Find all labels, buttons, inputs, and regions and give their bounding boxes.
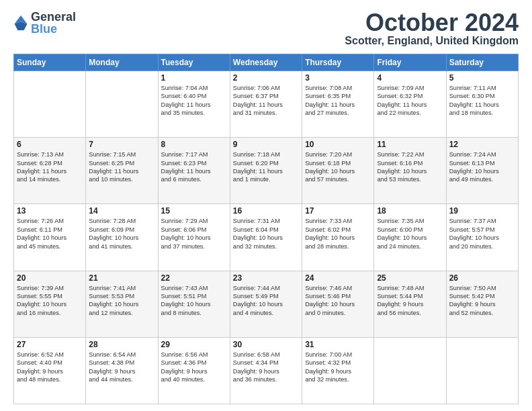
week-row-4: 27Sunrise: 6:52 AM Sunset: 4:40 PM Dayli… xyxy=(14,337,519,404)
cell-info: Sunrise: 7:43 AM Sunset: 5:51 PM Dayligh… xyxy=(161,284,227,318)
cell-info: Sunrise: 7:28 AM Sunset: 6:09 PM Dayligh… xyxy=(89,217,154,250)
calendar-cell: 25Sunrise: 7:48 AM Sunset: 5:44 PM Dayli… xyxy=(374,271,446,337)
day-header-thursday: Thursday xyxy=(302,54,374,71)
day-number: 28 xyxy=(89,340,154,349)
day-number: 23 xyxy=(233,273,299,283)
cell-info: Sunrise: 7:39 AM Sunset: 5:55 PM Dayligh… xyxy=(17,284,83,318)
day-number: 11 xyxy=(377,140,443,149)
calendar-cell: 10Sunrise: 7:20 AM Sunset: 6:18 PM Dayli… xyxy=(302,138,374,204)
calendar-cell: 21Sunrise: 7:41 AM Sunset: 5:53 PM Dayli… xyxy=(86,271,158,337)
calendar-cell: 30Sunrise: 6:58 AM Sunset: 4:34 PM Dayli… xyxy=(230,337,302,404)
day-header-monday: Monday xyxy=(86,54,158,71)
cell-info: Sunrise: 7:26 AM Sunset: 6:11 PM Dayligh… xyxy=(17,217,83,250)
day-number: 30 xyxy=(233,340,299,349)
cell-info: Sunrise: 7:20 AM Sunset: 6:18 PM Dayligh… xyxy=(305,150,371,184)
calendar-cell: 14Sunrise: 7:28 AM Sunset: 6:09 PM Dayli… xyxy=(86,204,158,271)
calendar-cell: 27Sunrise: 6:52 AM Sunset: 4:40 PM Dayli… xyxy=(14,337,86,404)
day-number: 31 xyxy=(305,340,371,349)
calendar-cell: 26Sunrise: 7:50 AM Sunset: 5:42 PM Dayli… xyxy=(446,271,518,337)
day-number: 18 xyxy=(377,206,443,216)
calendar-cell: 8Sunrise: 7:17 AM Sunset: 6:23 PM Daylig… xyxy=(158,138,230,204)
cell-info: Sunrise: 6:54 AM Sunset: 4:38 PM Dayligh… xyxy=(89,351,154,384)
days-of-week-row: SundayMondayTuesdayWednesdayThursdayFrid… xyxy=(14,54,519,71)
calendar-cell: 9Sunrise: 7:18 AM Sunset: 6:20 PM Daylig… xyxy=(230,138,302,204)
day-number: 9 xyxy=(233,140,299,149)
day-number: 12 xyxy=(449,140,515,149)
day-header-tuesday: Tuesday xyxy=(158,54,230,71)
calendar-table: SundayMondayTuesdayWednesdayThursdayFrid… xyxy=(13,54,519,404)
calendar-cell: 4Sunrise: 7:09 AM Sunset: 6:32 PM Daylig… xyxy=(374,71,446,138)
cell-info: Sunrise: 7:06 AM Sunset: 6:37 PM Dayligh… xyxy=(233,84,299,118)
calendar-cell: 28Sunrise: 6:54 AM Sunset: 4:38 PM Dayli… xyxy=(86,337,158,404)
week-row-1: 6Sunrise: 7:13 AM Sunset: 6:28 PM Daylig… xyxy=(14,138,519,204)
logo-general-text: General xyxy=(31,11,76,23)
cell-info: Sunrise: 7:44 AM Sunset: 5:49 PM Dayligh… xyxy=(233,284,299,318)
calendar-cell: 22Sunrise: 7:43 AM Sunset: 5:51 PM Dayli… xyxy=(158,271,230,337)
logo-blue-text: Blue xyxy=(31,23,76,35)
cell-info: Sunrise: 7:24 AM Sunset: 6:13 PM Dayligh… xyxy=(449,150,515,184)
calendar-cell: 7Sunrise: 7:15 AM Sunset: 6:25 PM Daylig… xyxy=(86,138,158,204)
cell-info: Sunrise: 7:46 AM Sunset: 5:46 PM Dayligh… xyxy=(305,284,371,318)
logo-icon xyxy=(13,13,28,32)
month-title: October 2024 xyxy=(345,11,519,35)
cell-info: Sunrise: 7:48 AM Sunset: 5:44 PM Dayligh… xyxy=(377,284,443,318)
page: General Blue October 2024 Scotter, Engla… xyxy=(0,0,532,411)
calendar-cell: 13Sunrise: 7:26 AM Sunset: 6:11 PM Dayli… xyxy=(14,204,86,271)
day-number: 1 xyxy=(161,73,227,83)
calendar-cell: 18Sunrise: 7:35 AM Sunset: 6:00 PM Dayli… xyxy=(374,204,446,271)
day-number: 14 xyxy=(89,206,154,216)
calendar-cell: 3Sunrise: 7:08 AM Sunset: 6:35 PM Daylig… xyxy=(302,71,374,138)
week-row-2: 13Sunrise: 7:26 AM Sunset: 6:11 PM Dayli… xyxy=(14,204,519,271)
cell-info: Sunrise: 7:09 AM Sunset: 6:32 PM Dayligh… xyxy=(377,84,443,118)
day-number: 16 xyxy=(233,206,299,216)
calendar-cell xyxy=(446,337,518,404)
calendar-cell: 31Sunrise: 7:00 AM Sunset: 4:32 PM Dayli… xyxy=(302,337,374,404)
cell-info: Sunrise: 7:37 AM Sunset: 5:57 PM Dayligh… xyxy=(449,217,515,250)
cell-info: Sunrise: 7:13 AM Sunset: 6:28 PM Dayligh… xyxy=(17,150,83,184)
day-number: 8 xyxy=(161,140,227,149)
header-right: October 2024 Scotter, England, United Ki… xyxy=(345,11,519,47)
cell-info: Sunrise: 7:15 AM Sunset: 6:25 PM Dayligh… xyxy=(89,150,154,184)
calendar-cell: 19Sunrise: 7:37 AM Sunset: 5:57 PM Dayli… xyxy=(446,204,518,271)
day-number: 29 xyxy=(161,340,227,349)
day-number: 15 xyxy=(161,206,227,216)
day-number: 27 xyxy=(17,340,83,349)
header: General Blue October 2024 Scotter, Engla… xyxy=(13,11,519,47)
day-header-sunday: Sunday xyxy=(14,54,86,71)
day-header-saturday: Saturday xyxy=(446,54,518,71)
cell-info: Sunrise: 6:52 AM Sunset: 4:40 PM Dayligh… xyxy=(17,351,83,384)
calendar-cell xyxy=(374,337,446,404)
day-number: 22 xyxy=(161,273,227,283)
cell-info: Sunrise: 7:18 AM Sunset: 6:20 PM Dayligh… xyxy=(233,150,299,184)
day-number: 17 xyxy=(305,206,371,216)
day-number: 13 xyxy=(17,206,83,216)
day-number: 26 xyxy=(449,273,515,283)
calendar-cell: 1Sunrise: 7:04 AM Sunset: 6:40 PM Daylig… xyxy=(158,71,230,138)
cell-info: Sunrise: 7:29 AM Sunset: 6:06 PM Dayligh… xyxy=(161,217,227,250)
cell-info: Sunrise: 7:22 AM Sunset: 6:16 PM Dayligh… xyxy=(377,150,443,184)
day-number: 10 xyxy=(305,140,371,149)
calendar-cell: 16Sunrise: 7:31 AM Sunset: 6:04 PM Dayli… xyxy=(230,204,302,271)
day-header-wednesday: Wednesday xyxy=(230,54,302,71)
calendar-cell: 17Sunrise: 7:33 AM Sunset: 6:02 PM Dayli… xyxy=(302,204,374,271)
calendar-body: 1Sunrise: 7:04 AM Sunset: 6:40 PM Daylig… xyxy=(14,71,519,404)
day-number: 7 xyxy=(89,140,154,149)
day-number: 24 xyxy=(305,273,371,283)
calendar-cell: 12Sunrise: 7:24 AM Sunset: 6:13 PM Dayli… xyxy=(446,138,518,204)
cell-info: Sunrise: 7:17 AM Sunset: 6:23 PM Dayligh… xyxy=(161,150,227,184)
cell-info: Sunrise: 6:58 AM Sunset: 4:34 PM Dayligh… xyxy=(233,351,299,384)
day-number: 20 xyxy=(17,273,83,283)
cell-info: Sunrise: 7:00 AM Sunset: 4:32 PM Dayligh… xyxy=(305,351,371,384)
cell-info: Sunrise: 7:35 AM Sunset: 6:00 PM Dayligh… xyxy=(377,217,443,250)
calendar-cell: 6Sunrise: 7:13 AM Sunset: 6:28 PM Daylig… xyxy=(14,138,86,204)
cell-info: Sunrise: 7:11 AM Sunset: 6:30 PM Dayligh… xyxy=(449,84,515,118)
cell-info: Sunrise: 6:56 AM Sunset: 4:36 PM Dayligh… xyxy=(161,351,227,384)
week-row-0: 1Sunrise: 7:04 AM Sunset: 6:40 PM Daylig… xyxy=(14,71,519,138)
day-number: 2 xyxy=(233,73,299,83)
calendar-cell: 11Sunrise: 7:22 AM Sunset: 6:16 PM Dayli… xyxy=(374,138,446,204)
day-header-friday: Friday xyxy=(374,54,446,71)
cell-info: Sunrise: 7:50 AM Sunset: 5:42 PM Dayligh… xyxy=(449,284,515,318)
day-number: 19 xyxy=(449,206,515,216)
calendar-cell: 15Sunrise: 7:29 AM Sunset: 6:06 PM Dayli… xyxy=(158,204,230,271)
calendar-cell xyxy=(86,71,158,138)
